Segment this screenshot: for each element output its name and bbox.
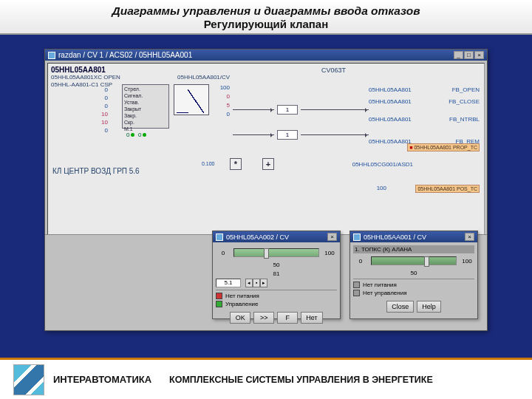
sub-tag-1: 05HHL05AA801XC OPEN bbox=[51, 74, 120, 81]
cv-control-dialog-1[interactable]: 05HHL05AA002 / CV × 0 100 50 81 5.1 ◂▪▸ bbox=[212, 231, 341, 319]
cv-block-label: 05HHL05AA801/CV bbox=[177, 74, 230, 81]
app-icon bbox=[48, 52, 55, 59]
slide-footer: ИНТЕРАВТОМАТИКА КОМПЛЕКСНЫЕ СИСТЕМЫ УПРА… bbox=[0, 358, 532, 399]
sub-tag-2: 05HHL-AA801-C1 CSP bbox=[51, 81, 120, 89]
dlg2-icon bbox=[353, 233, 361, 241]
slide-header: Диаграммы управления и диаграммы ввода о… bbox=[0, 0, 532, 35]
cv-control-dialog-2[interactable]: 05HHL05AA001 / CV × 1. ТОПКС (К) АЛАНА 0… bbox=[349, 231, 478, 319]
rn-3: 5 bbox=[212, 102, 230, 109]
dlg1-status-2: Управление bbox=[216, 301, 337, 307]
dlg1-stepper[interactable]: ◂▪▸ bbox=[245, 279, 267, 287]
dlg2-close-button[interactable]: Close bbox=[386, 301, 414, 313]
application-window: razdan / CV 1 / ACS02 / 05HHL05AA001 _ □… bbox=[44, 49, 488, 331]
arrow-2 bbox=[233, 134, 274, 135]
multiply-op[interactable]: * bbox=[230, 158, 242, 170]
inner-tag: 05HHL05CG001/ASD1 bbox=[352, 161, 413, 168]
close-button[interactable]: × bbox=[474, 51, 484, 59]
dlg1-icon bbox=[216, 233, 223, 241]
mul-input: 0.100 bbox=[202, 161, 215, 166]
arrow-1 bbox=[233, 109, 274, 110]
grey-indicator-icon bbox=[353, 282, 360, 288]
const-box-2[interactable]: 1 bbox=[277, 130, 298, 140]
dlg2-mid: 50 bbox=[353, 270, 474, 276]
dlg2-slider[interactable]: 0 100 bbox=[353, 256, 474, 265]
sigbox-out: 1 0 0 bbox=[126, 132, 146, 138]
window-title: razdan / CV 1 / ACS02 / 05HHL05AA001 bbox=[58, 51, 192, 59]
const-box-1[interactable]: 1 bbox=[277, 105, 298, 115]
prop-tag-highlight[interactable]: ■ 05HHL05AA801 PROP_TC bbox=[407, 143, 480, 151]
dlg1-ok-button[interactable]: OK bbox=[230, 312, 250, 324]
grey-indicator-icon-2 bbox=[353, 290, 360, 296]
valve-description: КЛ ЦЕНТР ВОЗД ГРП 5.6 bbox=[52, 167, 140, 175]
rn-1: 100 bbox=[212, 84, 230, 91]
add-op[interactable]: + bbox=[262, 158, 274, 170]
dlg2-help-button[interactable]: Help bbox=[417, 301, 441, 313]
dialog-area: 05HHL05AA002 / CV × 0 100 50 81 5.1 ◂▪▸ bbox=[45, 234, 487, 330]
left-number-column: 0 0 0 10 10 0 bbox=[101, 86, 108, 134]
rn-4: 0 bbox=[212, 111, 230, 117]
signal-config-box[interactable]: Стрел. Сигнал. Устав. Закрыт Закр. Скр. … bbox=[122, 84, 169, 129]
company-logo-icon bbox=[13, 364, 44, 395]
pos-tag-highlight[interactable]: 05HHL05AA801 POS_TC bbox=[415, 185, 480, 193]
slide-title-1: Диаграммы управления и диаграммы ввода о… bbox=[7, 4, 525, 18]
footer-brand: ИНТЕРАВТОМАТИКА bbox=[53, 374, 151, 385]
sub-tags: 05HHL05AA801XC OPEN 05HHL-AA801-C1 CSP bbox=[51, 74, 120, 89]
diagram-canvas[interactable]: 05HHL05AA801 05HHL05AA801XC OPEN 05HHL-A… bbox=[47, 63, 485, 239]
arrow-3 bbox=[301, 109, 369, 110]
dlg1-slider[interactable]: 0 100 bbox=[216, 248, 337, 257]
window-titlebar[interactable]: razdan / CV 1 / ACS02 / 05HHL05AA001 _ □… bbox=[45, 50, 487, 61]
ramp-plot bbox=[174, 84, 209, 115]
cv-type-label: CV063T bbox=[321, 66, 346, 74]
dlg1-close[interactable]: × bbox=[327, 233, 337, 241]
dlg2-status-2: Нет управления bbox=[353, 290, 474, 296]
main-tag: 05HHL05AA801 bbox=[51, 66, 106, 74]
dlg2-status-1: Нет питания bbox=[353, 282, 474, 288]
dlg1-status-1: Нет питания bbox=[216, 293, 337, 299]
red-indicator-icon bbox=[216, 293, 222, 299]
minimize-button[interactable]: _ bbox=[454, 51, 463, 59]
dlg2-title: 05HHL05AA001 / CV bbox=[364, 233, 426, 241]
maximize-button[interactable]: □ bbox=[464, 51, 474, 59]
feedback-signal-list: 05HHL05AA801FB_OPEN 05HHL05AA801FB_CLOSE… bbox=[369, 84, 480, 148]
dlg1-second-value: 81 bbox=[216, 270, 337, 277]
dlg1-mid: 50 bbox=[216, 262, 337, 268]
dlg2-subheader: 1. ТОПКС (К) АЛАНА bbox=[353, 245, 474, 253]
slide-title-2: Регулирующий клапан bbox=[7, 18, 525, 30]
pos-prefix: 100 bbox=[377, 185, 386, 191]
dlg1-cancel-button[interactable]: Нет bbox=[301, 312, 322, 324]
dlg2-close[interactable]: × bbox=[465, 233, 474, 241]
dlg1-title: 05HHL05AA002 / CV bbox=[226, 233, 289, 241]
arrow-4 bbox=[301, 134, 369, 135]
dlg1-apply-button[interactable]: >> bbox=[253, 312, 274, 324]
dlg1-input[interactable]: 5.1 bbox=[216, 279, 241, 287]
footer-tagline: КОМПЛЕКСНЫЕ СИСТЕМЫ УПРАВЛЕНИЯ В ЭНЕРГЕТ… bbox=[169, 375, 433, 385]
dlg1-f-button[interactable]: F bbox=[277, 312, 298, 324]
green-indicator-icon bbox=[216, 301, 222, 307]
rn-2: 0 bbox=[212, 93, 230, 100]
